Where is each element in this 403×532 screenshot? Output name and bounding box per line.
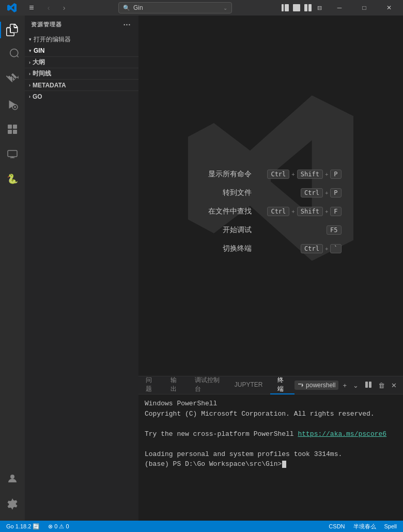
svg-rect-9 [13, 125, 17, 129]
layout-grid-icon[interactable]: ⊟ [314, 3, 324, 13]
svg-marker-17 [302, 383, 303, 387]
shortcut-item-find-in-files: 在文件中查找 Ctrl + Shift + F [200, 207, 341, 216]
chevron-right-icon: › [29, 83, 30, 88]
key-ctrl: Ctrl [301, 244, 323, 253]
chevron-right-icon: › [29, 71, 30, 77]
maximize-button[interactable]: □ [352, 0, 376, 16]
shortcut-keys: F5 [327, 225, 341, 235]
sidebar-section-gin[interactable]: ▾ GIN [25, 45, 138, 56]
back-button[interactable]: ‹ [41, 1, 56, 15]
activity-item-extensions[interactable] [0, 117, 25, 142]
activity-item-git[interactable] [0, 67, 25, 92]
key-plus: + [325, 190, 328, 196]
timeline-label: 时间线 [33, 69, 51, 78]
svg-rect-2 [293, 4, 300, 11]
key-plus: + [325, 171, 328, 177]
tab-output[interactable]: 输出 [163, 376, 188, 394]
sidebar: 资源管理器 ··· ▾ 打开的编辑器 ▾ GIN › 大纲 › 时间线 [25, 16, 138, 521]
terminal-panel: 问题 输出 调试控制台 JUPYTER 终端 [138, 376, 403, 521]
tab-label: 问题 [146, 376, 156, 393]
sidebar-section-go[interactable]: › GO [25, 90, 138, 102]
activity-item-settings[interactable] [0, 492, 25, 516]
status-right: CSDN 半境春么 Spell [327, 521, 399, 532]
terminal-tab-bar: 问题 输出 调试控制台 JUPYTER 终端 [138, 376, 403, 394]
error-icon: ⊗ [48, 523, 53, 530]
tab-label: 终端 [277, 376, 288, 393]
tab-problems[interactable]: 问题 [138, 376, 163, 394]
sidebar-gin-label: GIN [34, 47, 44, 54]
nav-buttons: ‹ › [41, 1, 71, 15]
shortcut-keys: Ctrl + ` [301, 244, 342, 253]
layout-split-icon[interactable] [303, 3, 313, 13]
go-version-text: Go 1.18.2 [6, 523, 31, 529]
layout-sidebar-icon[interactable] [280, 3, 290, 13]
activity-item-run[interactable] [0, 92, 25, 117]
search-text: Gin [133, 4, 143, 11]
key-plus: + [291, 171, 295, 177]
status-bar: Go 1.18.2 🔄 ⊗ 0 ⚠ 0 CSDN 半境春么 Spell [0, 521, 403, 532]
svg-rect-1 [285, 4, 289, 11]
key-backtick: ` [330, 244, 341, 253]
status-errors[interactable]: ⊗ 0 ⚠ 0 [46, 521, 71, 532]
activity-item-search[interactable] [0, 42, 25, 67]
add-terminal-button[interactable]: + [340, 381, 349, 390]
prompt-text: (base) PS D:\Go Workspace\src\Gin> [145, 459, 282, 469]
sidebar-more-actions[interactable]: ··· [122, 20, 132, 30]
search-box[interactable]: 🔍 Gin ⌄ [118, 2, 232, 13]
sidebar-section-outline[interactable]: › 大纲 [25, 56, 138, 68]
key-f5: F5 [327, 225, 341, 235]
sidebar-section-metadata[interactable]: › METADATA [25, 79, 138, 90]
tab-jupyter[interactable]: JUPYTER [227, 376, 270, 394]
activity-item-explorer[interactable] [0, 18, 25, 42]
status-csdn[interactable]: CSDN [327, 521, 347, 532]
activity-item-remote[interactable] [0, 142, 25, 166]
split-icon [365, 381, 372, 388]
layout-single-icon[interactable] [291, 3, 302, 13]
hamburger-menu[interactable]: ≡ [24, 0, 39, 16]
shortcut-label: 显示所有命令 [200, 170, 252, 179]
activity-item-account[interactable] [0, 466, 25, 491]
app-logo [0, 3, 24, 12]
terminal-body[interactable]: Windows PowerShell Copyright (C) Microso… [138, 394, 403, 521]
close-button[interactable]: ✕ [377, 0, 401, 16]
terminal-line: Windows PowerShell [145, 399, 397, 409]
key-plus: + [325, 208, 328, 215]
shortcut-item-toggle-terminal: 切换终端 Ctrl + ` [200, 244, 341, 253]
forward-button[interactable]: › [57, 1, 71, 15]
shell-name: powershell [306, 382, 335, 389]
sidebar-title: 资源管理器 ··· [25, 16, 138, 34]
editor-area: 显示所有命令 Ctrl + Shift + P 转到文件 Ctrl + P [138, 16, 403, 521]
terminal-dropdown[interactable]: ⌄ [351, 381, 361, 390]
sidebar-header-actions: ··· [122, 20, 132, 30]
close-panel-button[interactable]: ✕ [389, 381, 399, 390]
outline-label: 大纲 [33, 58, 45, 67]
key-p: P [330, 188, 341, 197]
status-spell[interactable]: Spell [382, 521, 399, 532]
key-plus: + [325, 246, 328, 252]
shortcut-keys: Ctrl + P [301, 188, 342, 197]
delete-terminal-button[interactable]: 🗑 [376, 381, 387, 390]
split-terminal-button[interactable] [363, 380, 374, 391]
activity-item-python[interactable]: 🐍 [0, 166, 25, 191]
terminal-link[interactable]: https://aka.ms/pscore6 [298, 430, 386, 438]
tab-debug-console[interactable]: 调试控制台 [188, 376, 227, 394]
shortcut-keys: Ctrl + Shift + F [267, 207, 341, 216]
chevron-right-icon: › [29, 60, 30, 65]
svg-rect-19 [369, 382, 371, 388]
status-author[interactable]: 半境春么 [351, 521, 378, 532]
tab-label: JUPYTER [235, 381, 263, 388]
terminal-shell-selector[interactable]: powershell [295, 381, 338, 390]
status-go-version[interactable]: Go 1.18.2 🔄 [4, 521, 42, 532]
sidebar-section-timeline[interactable]: › 时间线 [25, 68, 138, 79]
shortcut-item-goto-file: 转到文件 Ctrl + P [200, 188, 341, 197]
tab-terminal[interactable]: 终端 [270, 376, 295, 394]
terminal-actions: powershell + ⌄ 🗑 ✕ [295, 380, 403, 391]
minimize-button[interactable]: ─ [328, 0, 351, 16]
svg-rect-10 [8, 130, 12, 134]
window-controls: ─ □ ✕ [328, 0, 401, 16]
sidebar-section-open-editors[interactable]: ▾ 打开的编辑器 [25, 34, 138, 45]
sidebar-content: ▾ 打开的编辑器 ▾ GIN › 大纲 › 时间线 › METADATA › [25, 34, 138, 521]
svg-rect-11 [13, 130, 17, 134]
chevron-down-icon: ⌄ [223, 5, 227, 11]
terminal-icon [298, 382, 304, 388]
